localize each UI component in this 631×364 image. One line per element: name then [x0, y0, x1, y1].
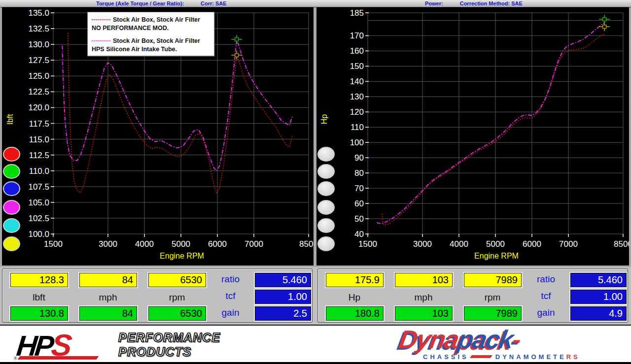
ratio-field[interactable]: 5.460	[570, 273, 627, 287]
y-tick-label: 170	[350, 31, 364, 40]
y-tick-label: 135.0	[28, 8, 49, 18]
logo-strip: HPS ® PERFORMANCE PRODUCTS Dynapack- CHA…	[0, 325, 631, 363]
registered-mark-icon: ®	[14, 356, 17, 361]
torque-cursor2-value: 130.8	[10, 306, 68, 321]
speed-cursor2-value: 84	[79, 306, 137, 321]
bottom-border-bar	[0, 362, 631, 364]
channel-button-grey-3[interactable]	[317, 181, 335, 196]
x-tick-label: 1500	[358, 239, 377, 249]
speed-cursor2-value: 103	[395, 306, 453, 321]
speed-cursor1-value: 103	[395, 273, 453, 287]
y-tick-label: 125.0	[28, 71, 49, 81]
legend-entry-hps: Stock Air Box, Stock Air Filter	[92, 37, 200, 44]
cursor-square-1[interactable]	[235, 53, 239, 57]
channel-button-grey-4[interactable]	[317, 200, 335, 215]
power-y-axis-label: Hp	[320, 114, 329, 124]
y-tick-label: 185	[350, 8, 364, 18]
channel-button-yellow[interactable]	[3, 236, 20, 251]
y-tick-label: 105.0	[28, 198, 49, 207]
torque-x-axis-label: Engine RPM	[128, 252, 236, 261]
speed-unit-label: mph	[79, 292, 137, 303]
dynapack-subtitle: CHASSISDYNAMOMETERS	[423, 353, 580, 361]
ratio-label: ratio	[210, 274, 251, 285]
rpm-unit-label: rpm	[464, 292, 521, 303]
dynamometers-text-red: RS	[566, 353, 580, 361]
torque-readout-group: 128.3 84 6530 lbft mph rpm 130.8 84 6530…	[2, 268, 313, 323]
power-x-axis-label: Engine RPM	[442, 252, 551, 261]
y-tick-label: 90	[354, 153, 364, 163]
channel-button-green[interactable]	[3, 164, 20, 179]
x-tick-label: 3000	[99, 239, 117, 249]
dynamometers-text-blue: DYNAMOMETE	[495, 353, 566, 361]
stock-curve-sample-icon	[92, 19, 110, 20]
x-tick-label: 7000	[559, 239, 578, 249]
power-cursor2-value: 180.8	[326, 306, 384, 321]
y-tick-label: 40	[354, 230, 364, 239]
channel-button-red[interactable]	[3, 147, 20, 162]
y-tick-label: 150	[350, 62, 364, 71]
y-tick-label: 122.5	[28, 87, 49, 97]
rpm-cursor1-value: 7989	[464, 273, 522, 287]
gain-field[interactable]: 4.9	[570, 306, 627, 321]
legend-hps-line2: HPS Silicone Air Intake Tube.	[92, 46, 177, 53]
channel-button-blue[interactable]	[3, 181, 20, 196]
y-tick-label: 132.5	[28, 24, 49, 33]
y-tick-label: 100.0	[28, 230, 49, 239]
series-curve-1	[63, 39, 293, 171]
channel-button-grey-2[interactable]	[317, 164, 335, 179]
cursor-square-1[interactable]	[603, 25, 606, 29]
channel-button-magenta[interactable]	[3, 200, 20, 215]
speed-unit-label: mph	[395, 292, 452, 303]
series-curve-1	[377, 23, 605, 224]
x-tick-label: 7000	[245, 239, 263, 249]
dynapack-pack-text: pack	[456, 325, 515, 354]
x-tick-label: 4000	[450, 239, 468, 249]
dynapack-wordmark: Dynapack-	[397, 325, 523, 354]
legend-hps-line1: Stock Air Box, Stock Air Filter	[113, 37, 200, 44]
power-chart-svg: 1851701601501401301201101009080706050401…	[316, 7, 629, 265]
cursor-square-0[interactable]	[235, 37, 239, 41]
tcf-field[interactable]: 1.00	[570, 290, 627, 304]
y-tick-label: 117.5	[29, 119, 49, 129]
ratio-label: ratio	[525, 274, 567, 285]
channel-button-grey-5[interactable]	[317, 218, 335, 233]
y-tick-label: 140	[350, 77, 364, 86]
gain-label: gain	[210, 307, 251, 318]
torque-chart-title: Torque (Axle Torque / Gear Ratio):Corr: …	[96, 0, 227, 7]
series-curve-0	[383, 34, 605, 225]
speed-cursor1-value: 84	[79, 273, 137, 287]
hps-logo: HPS ® PERFORMANCE PRODUCTS	[15, 329, 281, 361]
tcf-label: tcf	[210, 291, 251, 301]
x-tick-label: 8500	[614, 239, 629, 249]
gain-field[interactable]: 2.5	[255, 306, 311, 321]
y-tick-label: 130	[350, 92, 364, 101]
hps-swoosh-icon	[18, 356, 99, 360]
chassis-text: CHASSIS	[423, 353, 469, 361]
x-tick-label: 5000	[486, 239, 505, 249]
cursor-square-0[interactable]	[603, 18, 606, 21]
y-tick-label: 130.0	[28, 40, 49, 49]
power-correction-text: Correction Method: SAE	[460, 0, 523, 6]
y-tick-label: 115.0	[29, 135, 49, 144]
x-tick-label: 1500	[44, 239, 63, 249]
hps-performance-text: PERFORMANCE	[118, 331, 220, 345]
power-chart-panel: 1851701601501401301201101009080706050401…	[316, 7, 629, 265]
x-tick-label: 6000	[523, 239, 541, 249]
y-tick-label: 120.0	[28, 103, 49, 112]
channel-button-grey-6[interactable]	[317, 236, 335, 251]
dynapack-dyna-text: Dyna	[397, 325, 460, 354]
rpm-unit-label: rpm	[148, 292, 206, 303]
channel-button-grey-1[interactable]	[317, 147, 335, 162]
hps-products-text: PRODUCTS	[118, 345, 191, 359]
y-tick-label: 100	[350, 138, 364, 147]
y-tick-label: 112.5	[29, 151, 49, 160]
legend-entry-stock: Stock Air Box, Stock Air Filter	[92, 16, 200, 23]
y-tick-label: 160	[350, 46, 364, 56]
torque-cursor1-value: 128.3	[10, 273, 68, 287]
tcf-field[interactable]: 1.00	[255, 290, 311, 304]
channel-button-cyan[interactable]	[3, 218, 20, 233]
ratio-field[interactable]: 5.460	[255, 273, 311, 287]
tcf-label: tcf	[525, 291, 567, 301]
torque-unit-label: lbft	[10, 292, 68, 303]
hps-curve-sample-icon	[92, 40, 110, 41]
